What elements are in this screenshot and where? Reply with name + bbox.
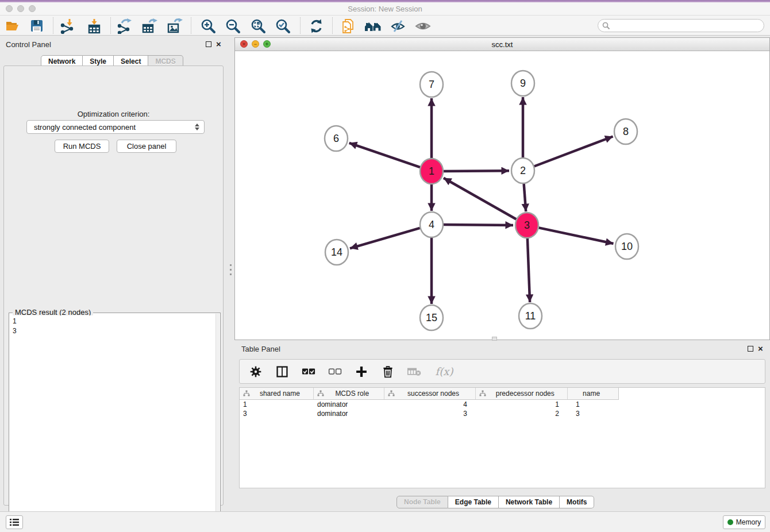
refresh-icon xyxy=(309,18,324,34)
delete-table-icon xyxy=(407,367,421,377)
cell-successor-nodes[interactable]: 4 xyxy=(384,400,476,409)
export-table-icon xyxy=(141,18,157,34)
node-1[interactable]: 1 xyxy=(420,159,443,184)
cell-shared-name[interactable]: 1 xyxy=(240,400,314,409)
show-details-button[interactable] xyxy=(415,18,431,34)
show-task-history-button[interactable] xyxy=(6,515,23,529)
mcds-result-list[interactable]: 13 xyxy=(10,315,215,532)
cell-successor-nodes[interactable]: 3 xyxy=(384,409,476,418)
select-all-button[interactable] xyxy=(302,365,315,379)
edge-2-8[interactable] xyxy=(534,137,613,167)
table-settings-button[interactable] xyxy=(249,365,263,379)
cell-MCDS-role[interactable]: dominator xyxy=(314,409,384,418)
node-11[interactable]: 11 xyxy=(519,303,542,329)
edge-3-1[interactable] xyxy=(444,178,517,219)
new-network-from-file-button[interactable] xyxy=(340,18,356,34)
criterion-select[interactable]: strongly connected component xyxy=(26,120,205,134)
delete-table-button[interactable] xyxy=(407,365,421,379)
edge-1-6[interactable] xyxy=(349,143,420,167)
splitter-grip-icon xyxy=(230,269,232,271)
zoom-selected-button[interactable] xyxy=(275,18,291,34)
tab-motifs[interactable]: Motifs xyxy=(560,496,594,508)
criterion-value: strongly connected component xyxy=(34,123,136,132)
node-15[interactable]: 15 xyxy=(420,305,443,330)
zoom-out-button[interactable] xyxy=(225,18,241,34)
control-panel-float-button[interactable] xyxy=(206,41,211,47)
node-4[interactable]: 4 xyxy=(420,212,443,237)
add-row-button[interactable] xyxy=(355,365,368,379)
column-header-predecessor-nodes[interactable]: predecessor nodes xyxy=(476,388,568,399)
cell-predecessor-nodes[interactable]: 1 xyxy=(476,400,568,409)
delete-row-button[interactable] xyxy=(381,365,395,379)
zoom-in-button[interactable] xyxy=(200,18,216,34)
task-list-icon xyxy=(10,518,19,526)
hide-details-button[interactable] xyxy=(390,18,406,34)
control-panel-close-button[interactable]: × xyxy=(216,40,221,48)
node-6[interactable]: 6 xyxy=(325,126,348,151)
export-network-button[interactable] xyxy=(116,18,132,34)
mcds-result-box: MCDS result (2 nodes) 13 xyxy=(9,313,221,532)
cell-MCDS-role[interactable]: dominator xyxy=(314,400,384,409)
edge-2-3[interactable] xyxy=(524,183,526,211)
status-bar: Memory xyxy=(0,511,770,532)
network-canvas[interactable]: 7968124314101511 xyxy=(235,51,769,340)
node-14[interactable]: 14 xyxy=(325,240,348,265)
search-field[interactable] xyxy=(598,19,764,32)
column-header-name[interactable]: name xyxy=(568,388,618,399)
node-7[interactable]: 7 xyxy=(420,72,443,97)
node-2[interactable]: 2 xyxy=(511,158,534,183)
export-image-button[interactable] xyxy=(167,18,183,34)
cell-name[interactable]: 3 xyxy=(568,409,619,418)
table-row[interactable]: 1dominator411 xyxy=(240,400,765,409)
node-3[interactable]: 3 xyxy=(515,213,538,238)
horizontal-splitter-grip[interactable] xyxy=(492,337,497,341)
edge-3-10[interactable] xyxy=(539,228,614,244)
toolbar-separator xyxy=(53,17,53,34)
network-frame-titlebar[interactable]: ✕ − + scc.txt xyxy=(235,38,769,51)
network-graph: 7968124314101511 xyxy=(235,51,769,340)
home-button[interactable] xyxy=(364,18,383,34)
show-column-button[interactable] xyxy=(275,365,289,379)
table-panel-close-button[interactable]: × xyxy=(758,345,763,352)
save-session-button[interactable] xyxy=(29,18,45,34)
vertical-splitter[interactable] xyxy=(227,36,234,511)
apply-function-button[interactable]: f(x) xyxy=(434,365,455,379)
zoom-fit-button[interactable] xyxy=(250,18,266,34)
toolbar-separator xyxy=(191,17,191,34)
column-header-successor-nodes[interactable]: successor nodes xyxy=(384,388,476,399)
edge-4-14[interactable] xyxy=(350,228,420,248)
table-header-row: shared nameMCDS rolesuccessor nodesprede… xyxy=(240,388,619,400)
cell-name[interactable]: 1 xyxy=(568,400,619,409)
column-header-shared-name[interactable]: shared name xyxy=(240,388,314,399)
import-network-button[interactable] xyxy=(59,18,75,34)
tab-network-table[interactable]: Network Table xyxy=(499,496,560,508)
edge-4-3[interactable] xyxy=(444,225,513,225)
edge-1-2[interactable] xyxy=(444,171,509,171)
tab-node-table[interactable]: Node Table xyxy=(396,496,448,508)
cell-shared-name[interactable]: 3 xyxy=(240,409,314,418)
window-title: Session: New Session xyxy=(0,5,770,13)
table-row[interactable]: 3dominator323 xyxy=(240,409,765,418)
deselect-all-button[interactable] xyxy=(328,365,342,379)
search-input[interactable] xyxy=(610,22,754,30)
node-8[interactable]: 8 xyxy=(614,119,637,144)
refresh-layout-button[interactable] xyxy=(308,18,324,34)
attribute-icon xyxy=(479,390,486,397)
table-tabs: Node TableEdge TableNetwork TableMotifs xyxy=(396,496,594,508)
tab-edge-table[interactable]: Edge Table xyxy=(448,496,499,508)
node-9[interactable]: 9 xyxy=(511,71,534,96)
save-floppy-icon xyxy=(29,18,44,33)
open-session-button[interactable] xyxy=(5,18,21,34)
close-panel-button[interactable]: Close panel xyxy=(117,140,176,153)
table-panel-float-button[interactable] xyxy=(748,346,753,352)
memory-button[interactable]: Memory xyxy=(723,515,765,529)
import-table-button[interactable] xyxy=(86,18,102,34)
run-mcds-button[interactable]: Run MCDS xyxy=(55,140,109,153)
export-table-button[interactable] xyxy=(141,18,157,34)
edge-3-11[interactable] xyxy=(528,237,530,302)
cell-predecessor-nodes[interactable]: 2 xyxy=(476,409,568,418)
node-10[interactable]: 10 xyxy=(615,234,638,259)
result-scrollbar[interactable] xyxy=(215,314,220,532)
column-label: MCDS role xyxy=(324,390,384,398)
column-header-MCDS-role[interactable]: MCDS role xyxy=(314,388,384,399)
